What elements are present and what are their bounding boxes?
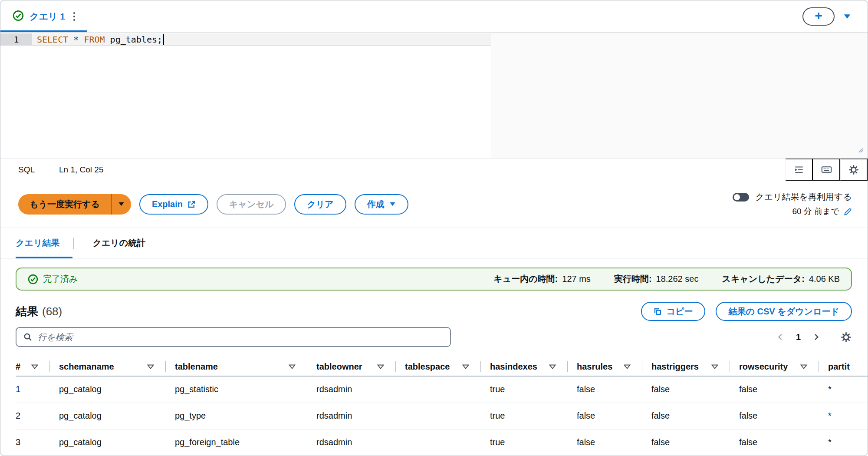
create-button[interactable]: 作成 [355,194,408,215]
filter-icon[interactable] [462,364,469,369]
queue-time-metric: キュー内の時間: 127 ms [493,273,591,285]
explain-button[interactable]: Explain [139,194,208,215]
result-tabs: クエリ結果 クエリの統計 [0,228,868,258]
execution-time-metric: 実行時間: 18.262 sec [614,273,699,285]
tab-query-1-label: クエリ 1 [30,10,65,23]
query-success-icon [13,10,24,23]
create-label: 作成 [367,198,385,210]
reuse-results-toggle[interactable] [733,193,749,202]
status-label: 完了済み [43,273,78,285]
column-header-tableowner[interactable]: tableowner [307,357,395,376]
column-header-hasrules[interactable]: hasrules [567,357,642,376]
column-header-hastriggers[interactable]: hastriggers [642,357,730,376]
caret-down-icon [118,202,125,206]
filter-icon[interactable] [711,364,718,369]
language-label: SQL [18,165,35,175]
caret-down-icon [389,202,396,206]
editor-settings-button[interactable] [840,159,868,181]
tab-menu-icon[interactable] [71,10,78,23]
sql-keyword: SELECT [37,34,68,45]
format-indent-button[interactable] [786,159,813,181]
gear-icon [840,331,852,343]
cursor-position-label: Ln 1, Col 25 [59,165,103,175]
query-tab-bar: クエリ 1 + [0,0,868,33]
chevron-down-icon [843,14,851,19]
table-header-row: # schemaname tablename tableowner tables… [16,357,868,376]
table-preferences-button[interactable] [840,331,852,343]
filter-icon[interactable] [147,364,154,369]
filter-icon[interactable] [31,364,38,369]
table-row[interactable]: 1 pg_catalog pg_statistic rdsadmin true … [16,376,868,403]
explain-label: Explain [152,199,183,209]
plus-icon: + [815,9,822,22]
tab-query-1[interactable]: クエリ 1 [0,0,87,32]
sql-editor[interactable]: 1 SELECT * FROM pg_tables; [0,33,868,158]
status-bar-icons [786,159,868,181]
action-toolbar: もう一度実行する Explain キャンセル クリア 作成 クエリ結果を再利用す… [0,181,868,228]
cancel-button[interactable]: キャンセル [217,194,286,215]
download-csv-button[interactable]: 結果の CSV をダウンロード [716,302,852,321]
line-number: 1 [0,33,32,46]
column-header-rowsecurity[interactable]: rowsecurity [730,357,819,376]
query-editor-page: クエリ 1 + 1 SELECT * FROM pg_tables; SQL L… [0,0,868,456]
text-cursor [163,34,164,45]
reuse-duration-label: 60 分 前まで [792,206,839,217]
tab-list-dropdown-button[interactable] [843,14,851,19]
row-search-box[interactable] [16,327,451,347]
run-again-split-button: もう一度実行する [18,194,131,215]
success-check-icon [28,274,38,284]
results-table: # schemaname tablename tableowner tables… [16,357,868,456]
query-metrics: キュー内の時間: 127 ms 実行時間: 18.262 sec スキャンしたデ… [493,273,840,285]
reuse-results-group: クエリ結果を再利用する 60 分 前まで [733,191,852,217]
clear-button[interactable]: クリア [294,194,346,215]
results-header: 結果 (68) コピー 結果の CSV をダウンロード [16,302,852,321]
tab-divider [73,238,74,249]
column-header-index[interactable]: # [16,357,49,376]
chevron-right-icon [812,333,820,341]
copy-button[interactable]: コピー [641,302,706,321]
editor-status-bar: SQL Ln 1, Col 25 [0,158,868,181]
tab-query-statistics[interactable]: クエリの統計 [79,228,158,258]
sql-code-line: SELECT * FROM pg_tables; [32,33,491,46]
filter-icon[interactable] [800,364,807,369]
keyboard-icon [821,164,832,175]
chevron-left-icon [776,333,784,341]
add-tab-button[interactable]: + [802,7,835,26]
filter-icon[interactable] [549,364,556,369]
editor-resize-handle[interactable] [855,145,863,155]
filter-icon[interactable] [377,364,384,369]
run-again-button[interactable]: もう一度実行する [18,194,111,215]
filter-icon[interactable] [289,364,296,369]
tab-query-results[interactable]: クエリ結果 [16,228,72,258]
sql-keyword: FROM [84,34,105,45]
filter-icon[interactable] [624,364,631,369]
reuse-results-label: クエリ結果を再利用する [755,191,852,203]
search-icon [23,333,32,341]
column-header-schemaname[interactable]: schemaname [49,357,165,376]
run-options-button[interactable] [111,194,131,215]
sql-text: pg_tables; [105,34,162,45]
indent-icon [793,164,805,175]
gear-icon [848,164,859,175]
column-header-tablename[interactable]: tablename [165,357,307,376]
previous-page-button[interactable] [776,333,784,341]
results-count: (68) [42,305,62,318]
edit-pencil-icon[interactable] [844,208,852,216]
external-link-icon [187,200,196,208]
sql-text: * [68,34,84,45]
keyboard-shortcuts-button[interactable] [813,159,840,181]
search-input[interactable] [38,332,443,342]
query-status-banner: 完了済み キュー内の時間: 127 ms 実行時間: 18.262 sec スキ… [16,268,852,291]
current-page-number[interactable]: 1 [796,332,801,342]
column-header-partitioned[interactable]: partit [819,357,868,376]
column-header-tablespace[interactable]: tablespace [395,357,480,376]
results-title: 結果 (68) [16,304,62,319]
table-controls: 1 [16,327,852,347]
table-row[interactable]: 2 pg_catalog pg_type rdsadmin true false… [16,403,868,429]
pagination: 1 [776,332,820,342]
next-page-button[interactable] [812,333,820,341]
toggle-knob [734,194,740,200]
tab-bar-actions: + [802,0,851,32]
table-row[interactable]: 3 pg_catalog pg_foreign_table rdsadmin t… [16,429,868,456]
column-header-hasindexes[interactable]: hasindexes [480,357,567,376]
